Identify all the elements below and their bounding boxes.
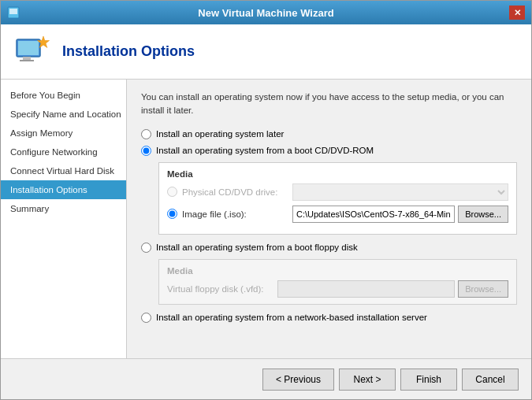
sidebar-item-configure-networking[interactable]: Configure Networking — [1, 143, 126, 161]
wizard-footer: < Previous Next > Finish Cancel — [1, 358, 531, 399]
install-floppy-radio[interactable] — [141, 243, 151, 253]
install-boot-cd-radio[interactable] — [141, 146, 151, 156]
cd-media-section: Media Physical CD/DVD drive: Image file … — [158, 162, 517, 235]
sidebar-item-assign-memory[interactable]: Assign Memory — [1, 124, 126, 143]
title-bar-icon — [7, 6, 23, 19]
page-title: Installation Options — [62, 43, 195, 60]
physical-cd-label: Physical CD/DVD drive: — [182, 187, 292, 197]
svg-rect-5 — [20, 60, 34, 61]
physical-cd-radio[interactable] — [167, 187, 177, 197]
install-boot-cd-label: Install an operating system from a boot … — [156, 146, 374, 155]
install-floppy-label: Install an operating system from a boot … — [156, 243, 358, 252]
floppy-media-section: Media Virtual floppy disk (.vfd): Browse… — [158, 259, 517, 305]
main-content: You can install an operating system now … — [127, 80, 531, 358]
image-file-input[interactable] — [292, 206, 455, 223]
svg-rect-4 — [23, 57, 31, 60]
install-network-label: Install an operating system from a netwo… — [156, 313, 427, 322]
image-file-radio[interactable] — [167, 209, 177, 219]
install-later-radio[interactable] — [141, 129, 151, 139]
vfd-option: Virtual floppy disk (.vfd): Browse... — [167, 280, 508, 298]
finish-button[interactable]: Finish — [400, 369, 457, 391]
install-boot-cd-option: Install an operating system from a boot … — [141, 146, 517, 156]
title-bar: New Virtual Machine Wizard ✕ — [1, 1, 531, 24]
wizard-header: Installation Options — [1, 24, 531, 80]
wizard-body: Before You Begin Specify Name and Locati… — [1, 80, 531, 358]
install-network-radio[interactable] — [141, 313, 151, 323]
wizard-window: New Virtual Machine Wizard ✕ Installatio… — [0, 0, 532, 400]
physical-cd-option: Physical CD/DVD drive: — [167, 183, 508, 201]
install-later-option: Install an operating system later — [141, 129, 517, 139]
description-text: You can install an operating system now … — [141, 91, 517, 118]
vfd-input[interactable] — [277, 280, 455, 298]
sidebar-item-before-you-begin[interactable]: Before You Begin — [1, 86, 126, 105]
window-title: New Virtual Machine Wizard — [23, 7, 509, 19]
sidebar-item-connect-virtual-hard-disk[interactable]: Connect Virtual Hard Disk — [1, 161, 126, 180]
sidebar: Before You Begin Specify Name and Locati… — [1, 80, 127, 358]
install-floppy-option: Install an operating system from a boot … — [141, 243, 517, 253]
svg-rect-3 — [18, 41, 39, 55]
vfd-label: Virtual floppy disk (.vfd): — [167, 284, 277, 294]
floppy-browse-button[interactable]: Browse... — [458, 280, 508, 298]
close-button[interactable]: ✕ — [509, 6, 525, 20]
wizard-icon — [13, 33, 51, 71]
sidebar-item-specify-name[interactable]: Specify Name and Location — [1, 105, 126, 124]
sidebar-item-summary[interactable]: Summary — [1, 199, 126, 218]
physical-cd-dropdown[interactable] — [292, 183, 508, 201]
next-button[interactable]: Next > — [339, 369, 396, 391]
sidebar-item-installation-options[interactable]: Installation Options — [1, 180, 126, 199]
image-file-label: Image file (.iso): — [182, 209, 292, 219]
floppy-media-label: Media — [167, 266, 508, 276]
previous-button[interactable]: < Previous — [262, 369, 334, 391]
install-network-option: Install an operating system from a netwo… — [141, 313, 517, 323]
cancel-button[interactable]: Cancel — [462, 369, 519, 391]
install-later-label: Install an operating system later — [156, 129, 284, 139]
svg-rect-1 — [9, 9, 17, 14]
cd-media-label: Media — [167, 169, 508, 179]
image-file-option: Image file (.iso): Browse... — [167, 206, 508, 223]
image-browse-button[interactable]: Browse... — [458, 206, 508, 223]
